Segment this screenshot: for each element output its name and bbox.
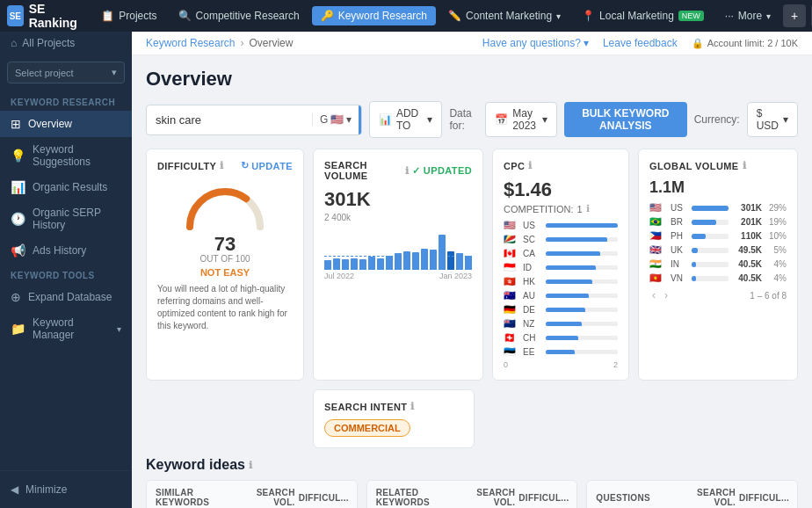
cpc-country-row: 🇺🇸 US <box>504 220 618 231</box>
intent-info-icon[interactable]: ℹ <box>410 401 414 412</box>
date-selector[interactable]: 📅 May 2023 ▾ <box>485 102 557 137</box>
account-limit-text: Account limit: 2 / 10K <box>707 38 798 48</box>
country-code: DE <box>523 305 542 315</box>
logo-text: SE Ranking <box>29 2 83 30</box>
sidebar-serp-label: Organic SERP History <box>33 207 121 231</box>
date-value: May 2023 <box>512 107 538 132</box>
search-intent-card: SEARCH INTENT ℹ COMMERCIAL <box>313 389 475 448</box>
difficulty-title-text: DIFFICULTY <box>157 161 216 171</box>
help-link[interactable]: Have any questions? ▾ <box>482 37 589 49</box>
cpc-info-icon[interactable]: ℹ <box>528 160 532 171</box>
nav-local[interactable]: 📍 Local Marketing NEW <box>573 6 713 25</box>
feedback-link[interactable]: Leave feedback <box>603 37 678 49</box>
breadcrumb-root[interactable]: Keyword Research <box>146 37 235 49</box>
global-bar-bg <box>692 248 729 253</box>
nav-keyword[interactable]: 🔑 Keyword Research <box>312 6 436 25</box>
add-to-button[interactable]: 📊 ADD TO ▾ <box>369 101 442 138</box>
sidebar-item-ads-history[interactable]: 📢 Ads History <box>0 237 132 264</box>
updated-label: ✓ Updated <box>412 165 472 177</box>
nav-competitive[interactable]: 🔍 Competitive Research <box>170 6 308 25</box>
updated-text: Updated <box>424 165 472 176</box>
global-country-pct: 19% <box>765 217 787 227</box>
content-chevron: ▾ <box>556 11 561 21</box>
manager-icon: 📁 <box>11 322 25 336</box>
country-flag-icon: 🇸🇨 <box>504 234 519 245</box>
kw-col-diff-header: DIFFICUL... <box>518 493 568 503</box>
sidebar-minimize[interactable]: ◀ Minimize <box>0 478 132 501</box>
kw-col-title: RELATED KEYWORDS <box>376 488 467 507</box>
currency-selector[interactable]: $ USD ▾ <box>747 102 798 137</box>
sidebar-item-organic[interactable]: 📊 Organic Results <box>0 174 132 200</box>
kw-col-title: SIMILAR KEYWORDS <box>156 488 246 507</box>
country-bar-bg <box>546 237 618 242</box>
nav-content[interactable]: ✏️ Content Marketing ▾ <box>439 6 569 25</box>
ads-history-icon: 📢 <box>11 243 25 258</box>
nav-more[interactable]: ··· More ▾ <box>716 6 779 25</box>
sidebar-ads-label: Ads History <box>33 244 86 257</box>
sidebar-item-serp-history[interactable]: 🕐 Organic SERP History <box>0 200 132 237</box>
country-flag-icon: 🇦🇺 <box>504 290 519 301</box>
difficulty-info-icon[interactable]: ℹ <box>220 160 223 171</box>
intent-title-text: SEARCH INTENT <box>324 402 407 412</box>
bulk-keyword-button[interactable]: BULK KEYWORD ANALYSIS <box>564 102 687 137</box>
global-next-button[interactable]: › <box>662 289 671 301</box>
expand-icon: ⊕ <box>11 290 21 304</box>
project-chevron: ▾ <box>112 67 117 78</box>
sidebar-all-projects[interactable]: ⌂ All Projects <box>0 32 132 54</box>
country-flag-icon: 🇩🇪 <box>504 304 519 316</box>
flag-us-icon: 🇺🇸 <box>330 113 344 126</box>
competition-info-icon[interactable]: ℹ <box>586 203 590 214</box>
global-country-row: 🇵🇭 PH 110K 10% <box>649 230 787 242</box>
search-button[interactable]: 🔍 <box>359 105 362 134</box>
global-vol-title: GLOBAL VOLUME ℹ <box>649 160 787 171</box>
global-prev-button[interactable]: ‹ <box>649 289 658 301</box>
global-country-vol: 49.5K <box>732 245 762 255</box>
sidebar-item-manager[interactable]: 📁 Keyword Manager ▾ <box>0 310 132 347</box>
breadcrumb-current: Overview <box>249 37 293 49</box>
global-country-row: 🇬🇧 UK 49.5K 5% <box>649 244 787 256</box>
country-flag-icon: 🇨🇭 <box>504 332 519 344</box>
chart-labels: Jul 2022 Jan 2023 <box>324 272 472 280</box>
gauge-svg <box>181 178 269 231</box>
keyword-tables: SIMILAR KEYWORDS SEARCH VOL. DIFFICUL...… <box>146 480 798 508</box>
cpc-country-row: 🇸🇨 SC <box>504 234 618 245</box>
global-country-code: BR <box>671 217 688 227</box>
country-code: SC <box>523 235 542 244</box>
global-flag-icon: 🇧🇷 <box>649 216 667 228</box>
search-flags[interactable]: G 🇺🇸 ▾ <box>312 113 359 126</box>
nav-right-actions: + ⚑ 🔔 D <box>783 4 812 27</box>
global-vol-info-icon[interactable]: ℹ <box>743 160 746 171</box>
country-bar-fill <box>546 336 578 340</box>
update-link[interactable]: ↻ Update <box>241 160 293 171</box>
country-bar-bg <box>546 308 618 312</box>
cpc-country-row: 🇦🇺 AU <box>504 290 618 301</box>
lock-icon: 🔒 <box>692 38 704 49</box>
search-volume-title: SEARCH VOLUME ℹ ✓ Updated <box>324 160 472 181</box>
project-selector[interactable]: Select project ▾ <box>7 62 125 83</box>
main-layout: ⌂ All Projects Select project ▾ KEYWORD … <box>0 32 812 508</box>
breadcrumb-bar: Keyword Research › Overview Have any que… <box>132 32 812 55</box>
metrics-cards-row: DIFFICULTY ℹ ↻ Update <box>146 149 798 381</box>
global-country-vol: 110K <box>732 231 762 241</box>
sidebar-item-suggestions[interactable]: 💡 Keyword Suggestions <box>0 137 132 174</box>
overview-icon: ⊞ <box>11 117 21 131</box>
search-vol-info-icon[interactable]: ℹ <box>405 165 409 177</box>
sidebar-item-expand[interactable]: ⊕ Expand Database <box>0 284 132 310</box>
global-country-pct: 5% <box>765 245 787 255</box>
add-button[interactable]: + <box>783 4 806 27</box>
sidebar-expand-label: Expand Database <box>28 291 112 303</box>
global-volume-card: GLOBAL VOLUME ℹ 1.1M 🇺🇸 US 301K 29%🇧🇷 BR… <box>638 149 798 381</box>
project-placeholder: Select project <box>15 68 74 78</box>
all-projects-label: All Projects <box>22 37 75 49</box>
nav-projects[interactable]: 📋 Projects <box>92 6 165 25</box>
country-bar-fill <box>546 265 596 270</box>
search-row: G 🇺🇸 ▾ 🔍 📊 ADD TO ▾ Data for: 📅 May 202 <box>146 101 798 138</box>
page-title: Overview <box>146 68 798 91</box>
global-country-vol: 40.5K <box>732 259 762 269</box>
sidebar-item-overview[interactable]: ⊞ Overview <box>0 111 132 137</box>
global-country-row: 🇧🇷 BR 201K 19% <box>649 216 787 228</box>
logo-icon: SE <box>7 5 24 26</box>
logo[interactable]: SE SE Ranking <box>7 2 82 30</box>
keyword-ideas-info-icon[interactable]: ℹ <box>249 460 252 471</box>
search-input[interactable] <box>147 108 312 132</box>
